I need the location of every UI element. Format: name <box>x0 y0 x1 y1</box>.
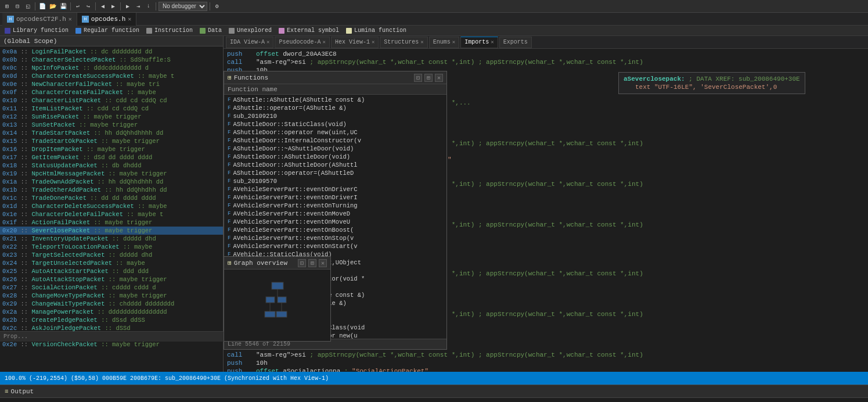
left-line[interactable]: 0x0e :: NewCharacterFailPacket :: maybe … <box>0 80 223 88</box>
left-line[interactable]: 0x21 :: InventoryUpdatePacket :: ddddd d… <box>0 235 223 243</box>
code-line[interactable]: pushoffset aSocialactionpa ; "SocialActi… <box>226 367 866 372</box>
function-item[interactable]: FAShuttleDoor::AShuttleDoor(AShuttl <box>224 161 446 169</box>
tab-close-hex-view-1[interactable]: ✕ <box>372 39 374 45</box>
left-line[interactable]: 0x20 :: SeverClosePacket :: maybe trigge… <box>0 227 223 235</box>
left-line[interactable]: 0x0b :: CharacterSelectedPacket :: SdShu… <box>0 56 223 64</box>
left-line[interactable]: 0x27 :: SocialActionPacket :: cdddd cddd… <box>0 283 223 292</box>
left-line[interactable]: 0x2b :: CreatePledgePacket :: dSsd ddSS <box>0 316 223 324</box>
left-line[interactable]: 0x28 :: ChangeMoveTypePacket :: maybe tr… <box>0 292 223 300</box>
tab-close-imports[interactable]: ✕ <box>491 39 494 45</box>
tab-close-pseudocode-a[interactable]: ✕ <box>322 39 325 45</box>
left-line[interactable]: 0x0f :: CharacterCreateFailPacket :: may… <box>0 88 223 96</box>
left-line[interactable]: 0x26 :: AutoAttackStopPacket :: maybe tr… <box>0 275 223 283</box>
function-item[interactable]: FAVehicleServerPart::eventOnStart(v <box>224 242 446 250</box>
file-tab-opcodes-h[interactable]: H opcodes.h ✕ <box>77 13 136 26</box>
functions-panel-close-btn[interactable]: ✕ <box>435 74 443 82</box>
file-tab-close-2[interactable]: ✕ <box>128 16 131 23</box>
toolbar-icon-1[interactable]: ⊞ <box>2 2 12 11</box>
graph-panel-dock-btn[interactable]: ⊞ <box>308 259 316 267</box>
left-line[interactable]: 0x18 :: StatusUpdatePacket :: db dhddd <box>0 161 223 170</box>
left-line[interactable]: 0x0a :: LoginFailPacket :: dc dddddddd d… <box>0 48 223 56</box>
left-line[interactable]: 0x10 :: CharacterListPacket :: cdd cd cd… <box>0 96 223 105</box>
left-line[interactable]: 0x11 :: ItemListPacket :: cdd cd cddQ cd <box>0 105 223 113</box>
tab-enums[interactable]: Enums ✕ <box>429 37 459 48</box>
function-item[interactable]: FAVehicleServerPart::eventOnMoveD <box>224 210 446 218</box>
left-line[interactable]: 0x24 :: TargetUnselectedPacket :: maybe <box>0 259 223 267</box>
redo-icon[interactable]: ↪ <box>84 2 93 11</box>
graph-panel-float-btn[interactable]: ⊡ <box>298 259 306 267</box>
function-item[interactable]: FAVehicleServerPart::eventOnBoost( <box>224 226 446 234</box>
function-item[interactable]: FAVehicleServerPart::eventOnStop(v <box>224 234 446 242</box>
toolbar-icon-3[interactable]: ◱ <box>23 2 33 11</box>
tab-exports[interactable]: Exports <box>499 37 532 48</box>
left-line[interactable]: 0x22 :: TeleportToLocationPacket :: mayb… <box>0 243 223 251</box>
code-line[interactable]: call"asm-reg">esi ; appStrncpy(wchar_t *… <box>226 351 866 359</box>
function-item[interactable]: FAVehicleServerPart::eventOnDriverC <box>224 185 446 193</box>
left-line[interactable]: 0x15 :: TradeStartOkPacket :: maybe trig… <box>0 137 223 145</box>
left-line[interactable]: 0x1b :: TradeOtherAddPacket :: hh ddQhhd… <box>0 186 223 194</box>
toolbar-icon-2[interactable]: ⊟ <box>13 2 22 11</box>
run-icon[interactable]: ▶ <box>123 2 132 11</box>
undo-icon[interactable]: ↩ <box>73 2 82 11</box>
forward-icon[interactable]: ▶ <box>109 2 118 11</box>
step-into-icon[interactable]: ↓ <box>144 2 153 11</box>
function-item[interactable]: FAShuttle::AShuttle(AShuttle const &) <box>224 96 446 104</box>
function-item[interactable]: FAShuttleDoor::operator=(AShuttleD <box>224 169 446 177</box>
tab-close-ida-view-a[interactable]: ✕ <box>266 39 269 45</box>
left-line[interactable]: 0x1d :: CharacterDeleteSuccessPacket :: … <box>0 202 223 210</box>
properties-panel[interactable]: Prop... <box>0 331 224 342</box>
back-icon[interactable]: ◀ <box>98 2 107 11</box>
tab-ida-view-a[interactable]: IDA View-A ✕ <box>226 37 273 48</box>
left-line[interactable]: 0x17 :: GetItemPacket :: dSd dd dddd ddd… <box>0 153 223 161</box>
left-line[interactable]: 0x29 :: ChangeWaitTypePacket :: chdddd d… <box>0 300 223 308</box>
left-line[interactable]: 0x12 :: SunRisePacket :: maybe trigger <box>0 113 223 121</box>
tab-close-structures[interactable]: ✕ <box>420 39 423 45</box>
function-item[interactable]: Fsub_20109570 <box>224 177 446 185</box>
left-line[interactable]: 0x1e :: CharacterDeleteFailPacket :: may… <box>0 210 223 218</box>
function-item[interactable]: FAShuttleDoor::AShuttleDoor(void) <box>224 153 446 161</box>
function-item[interactable]: FAVehicleServerPart::eventOnTurning <box>224 202 446 210</box>
left-line[interactable]: 0x2e :: VersionCheckPacket :: maybe trig… <box>0 340 223 349</box>
left-line[interactable]: 0x16 :: DropItemPacket :: maybe trigger <box>0 145 223 153</box>
left-line[interactable]: 0x0c :: NpcInfoPacket :: dddcddddddddd d <box>0 64 223 72</box>
left-line[interactable]: 0x1f :: ActionFailPacket :: maybe trigge… <box>0 218 223 227</box>
function-item[interactable]: FAShuttleDoor::~AShuttleDoor(void) <box>224 145 446 153</box>
left-line[interactable]: 0x25 :: AutoAttackStartPacket :: ddd ddd <box>0 267 223 275</box>
function-item[interactable]: FAShuttleDoor::StaticClass(void) <box>224 120 446 128</box>
output-header[interactable]: ≡ Output <box>0 385 868 398</box>
file-tab-close-1[interactable]: ✕ <box>69 16 72 23</box>
settings-icon[interactable]: ⚙ <box>213 2 222 11</box>
left-line[interactable]: 0x23 :: TargetSelectedPacket :: ddddd dh… <box>0 251 223 259</box>
function-item[interactable]: FAShuttleDoor::operator new(uint,UC <box>224 128 446 137</box>
tab-hex-view-1[interactable]: Hex View-1 ✕ <box>331 37 379 48</box>
left-line[interactable]: 0x1c :: TradeDonePacket :: dd dd dddd dd… <box>0 194 223 202</box>
file-tab-opcodes-ct2f[interactable]: H opcodesCT2F.h ✕ <box>2 13 77 26</box>
open-icon[interactable]: 📂 <box>48 2 57 11</box>
function-item[interactable]: FAVehicleServerPart::eventOnMoveU <box>224 218 446 226</box>
graph-panel-close-btn[interactable]: ✕ <box>319 259 327 267</box>
function-item[interactable]: FAShuttle::operator=(AShuttle &) <box>224 104 446 112</box>
debugger-select[interactable]: No debugger <box>159 2 207 11</box>
tab-imports[interactable]: Imports ✕ <box>460 37 498 48</box>
left-line[interactable]: 0x19 :: NpcHtmlMessagePacket :: maybe tr… <box>0 170 223 178</box>
left-line[interactable]: 0x0d :: CharacterCreateSuccessPacket :: … <box>0 72 223 80</box>
functions-panel-dock-btn[interactable]: ⊞ <box>424 74 433 82</box>
function-item[interactable]: FAVehicleServerPart::eventOnDriverI <box>224 193 446 202</box>
tab-structures[interactable]: Structures ✕ <box>380 37 427 48</box>
step-over-icon[interactable]: ⇥ <box>134 2 143 11</box>
tab-close-enums[interactable]: ✕ <box>452 39 455 45</box>
tab-pseudocode-a[interactable]: Pseudocode-A ✕ <box>275 37 329 48</box>
left-line[interactable]: 0x13 :: SunSetPacket :: maybe trigger <box>0 121 223 129</box>
code-line[interactable]: call"asm-reg">esi ; appStrncpy(wchar_t *… <box>226 58 866 66</box>
left-line[interactable]: 0x14 :: TradeStartPacket :: hh ddQhhdhhh… <box>0 129 223 137</box>
functions-panel-float-btn[interactable]: ⊡ <box>414 74 422 82</box>
new-file-icon[interactable]: 📄 <box>38 2 47 11</box>
left-line[interactable]: 0x1a :: TradeOwnAddPacket :: hh ddQhhdhh… <box>0 178 223 186</box>
code-line[interactable]: push10h <box>226 359 866 367</box>
code-line[interactable]: pushoffset dword_20AA3EC8 <box>226 50 866 58</box>
left-line[interactable]: 0x2a :: ManagePowerPacket :: ddddddddddd… <box>0 308 223 316</box>
save-icon[interactable]: 💾 <box>59 2 68 11</box>
function-item[interactable]: Fsub_20109210 <box>224 112 446 120</box>
function-item[interactable]: FAShuttleDoor::InternalConstructor(v <box>224 137 446 145</box>
left-content[interactable]: 0x0a :: LoginFailPacket :: dc dddddddd d… <box>0 46 223 372</box>
